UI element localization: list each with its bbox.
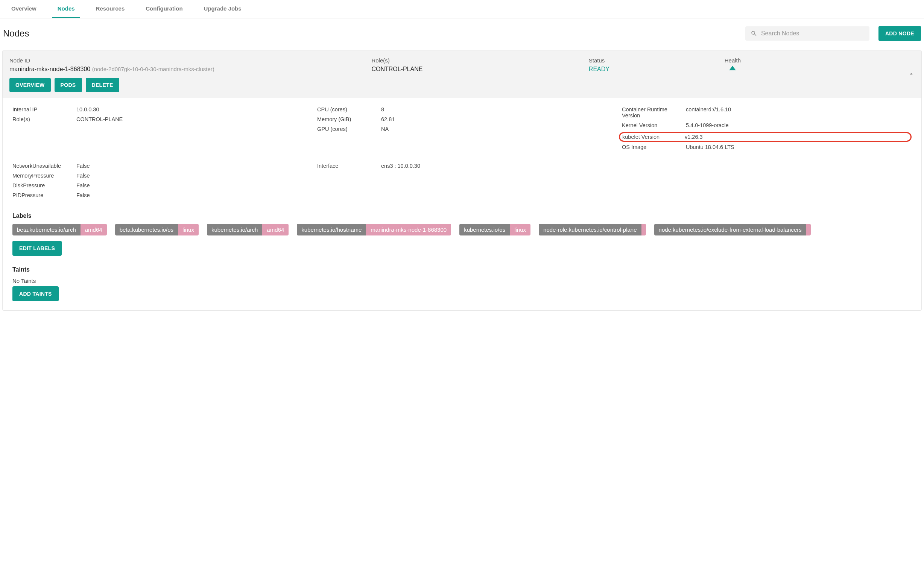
label-key: node-role.kubernetes.io/control-plane	[539, 224, 641, 235]
info-key: OS Image	[622, 144, 686, 150]
taints-text: No Taints	[12, 278, 912, 284]
info-row: Container Runtime Versioncontainerd://1.…	[622, 106, 912, 118]
info-key: Kernel Version	[622, 122, 686, 128]
info-key: MemoryPressure	[12, 173, 76, 179]
status-label: Status	[589, 57, 725, 64]
conditions-grid: NetworkUnavailableFalseMemoryPressureFal…	[12, 163, 912, 202]
page-title: Nodes	[3, 28, 29, 39]
status-value: READY	[589, 66, 725, 73]
info-key: kubelet Version	[622, 134, 685, 140]
page-header: Nodes ADD NODE	[0, 18, 924, 47]
info-row: Memory (GiB)62.81	[317, 116, 607, 122]
tab-bar: Overview Nodes Resources Configuration U…	[0, 0, 924, 18]
info-key: GPU (cores)	[317, 126, 381, 132]
add-taints-button[interactable]: ADD TAINTS	[12, 286, 59, 301]
info-key: Memory (GiB)	[317, 116, 381, 122]
label-chip: beta.kubernetes.io/archamd64	[12, 224, 107, 235]
node-card-body: Internal IP10.0.0.30Role(s)CONTROL-PLANE…	[3, 98, 921, 310]
delete-button[interactable]: DELETE	[86, 78, 119, 92]
info-value: False	[76, 192, 302, 198]
label-value	[641, 224, 646, 235]
roles-value: CONTROL-PLANE	[371, 66, 588, 73]
info-value: CONTROL-PLANE	[76, 116, 302, 122]
info-row: Kernel Version5.4.0-1099-oracle	[622, 122, 912, 128]
chevron-up-icon	[908, 70, 915, 77]
info-value: 8	[381, 106, 607, 112]
label-chip: kubernetes.io/oslinux	[459, 224, 530, 235]
search-input[interactable]	[761, 30, 864, 37]
tab-upgrade-jobs[interactable]: Upgrade Jobs	[199, 0, 247, 18]
info-value: Ubuntu 18.04.6 LTS	[686, 144, 912, 150]
health-up-icon	[729, 66, 736, 70]
tab-resources[interactable]: Resources	[91, 0, 130, 18]
info-value: containerd://1.6.10	[686, 106, 912, 118]
info-key: NetworkUnavailable	[12, 163, 76, 169]
label-chip: kubernetes.io/archamd64	[207, 224, 289, 235]
label-key: kubernetes.io/arch	[207, 224, 262, 235]
info-row: kubelet Versionv1.26.3	[619, 132, 912, 142]
node-card: Node ID manindra-mks-node-1-868300 (node…	[2, 50, 922, 311]
specs-grid: Internal IP10.0.0.30Role(s)CONTROL-PLANE…	[12, 106, 912, 154]
pods-button[interactable]: PODS	[55, 78, 82, 92]
info-key: PIDPressure	[12, 192, 76, 198]
info-value: 62.81	[381, 116, 607, 122]
roles-label: Role(s)	[371, 57, 588, 64]
info-row: GPU (cores)NA	[317, 126, 607, 132]
info-value: False	[76, 182, 302, 188]
label-chip: node.kubernetes.io/exclude-from-external…	[654, 224, 811, 235]
label-value	[806, 224, 811, 235]
tab-overview[interactable]: Overview	[6, 0, 42, 18]
edit-labels-button[interactable]: EDIT LABELS	[12, 241, 62, 256]
label-key: beta.kubernetes.io/arch	[12, 224, 81, 235]
taints-title: Taints	[12, 266, 912, 273]
tab-configuration[interactable]: Configuration	[140, 0, 188, 18]
info-key: Interface	[317, 163, 381, 169]
labels-title: Labels	[12, 213, 912, 219]
info-value: 10.0.0.30	[76, 106, 302, 112]
label-value: amd64	[262, 224, 289, 235]
node-card-header: Node ID manindra-mks-node-1-868300 (node…	[3, 50, 921, 98]
label-value: linux	[178, 224, 199, 235]
label-chip: node-role.kubernetes.io/control-plane	[539, 224, 646, 235]
info-row: MemoryPressureFalse	[12, 173, 302, 179]
node-id-label: Node ID	[9, 57, 371, 64]
label-chip: kubernetes.io/hostnamemanindra-mks-node-…	[297, 224, 451, 235]
label-key: kubernetes.io/hostname	[297, 224, 366, 235]
label-value: amd64	[81, 224, 107, 235]
info-row: NetworkUnavailableFalse	[12, 163, 302, 169]
label-value: manindra-mks-node-1-868300	[366, 224, 451, 235]
label-key: node.kubernetes.io/exclude-from-external…	[654, 224, 806, 235]
info-value: False	[76, 163, 302, 169]
info-value: False	[76, 173, 302, 179]
label-key: kubernetes.io/os	[459, 224, 510, 235]
tab-nodes[interactable]: Nodes	[52, 0, 80, 18]
add-node-button[interactable]: ADD NODE	[878, 26, 921, 41]
health-label: Health	[725, 57, 860, 64]
info-key: Container Runtime Version	[622, 106, 686, 118]
info-row: PIDPressureFalse	[12, 192, 302, 198]
search-box[interactable]	[745, 26, 869, 41]
info-key: Internal IP	[12, 106, 76, 112]
info-value: v1.26.3	[685, 134, 907, 140]
info-key: Role(s)	[12, 116, 76, 122]
info-value: NA	[381, 126, 607, 132]
info-row: Interfaceens3 : 10.0.0.30	[317, 163, 607, 169]
collapse-toggle[interactable]	[908, 70, 915, 78]
info-value: ens3 : 10.0.0.30	[381, 163, 607, 169]
info-key: DiskPressure	[12, 182, 76, 188]
label-chip: beta.kubernetes.io/oslinux	[115, 224, 199, 235]
node-id-subname: (node-2d087gk-10-0-0-30-manindra-mks-clu…	[92, 66, 214, 72]
info-row: OS ImageUbuntu 18.04.6 LTS	[622, 144, 912, 150]
labels-list: beta.kubernetes.io/archamd64beta.kuberne…	[12, 224, 912, 235]
info-value: 5.4.0-1099-oracle	[686, 122, 912, 128]
info-row: CPU (cores)8	[317, 106, 607, 112]
label-value: linux	[510, 224, 530, 235]
info-row: Internal IP10.0.0.30	[12, 106, 302, 112]
label-key: beta.kubernetes.io/os	[115, 224, 178, 235]
overview-button[interactable]: OVERVIEW	[9, 78, 51, 92]
info-row: Role(s)CONTROL-PLANE	[12, 116, 302, 122]
info-key: CPU (cores)	[317, 106, 381, 112]
search-icon	[751, 30, 757, 37]
node-id-value: manindra-mks-node-1-868300	[9, 66, 90, 72]
info-row: DiskPressureFalse	[12, 182, 302, 188]
